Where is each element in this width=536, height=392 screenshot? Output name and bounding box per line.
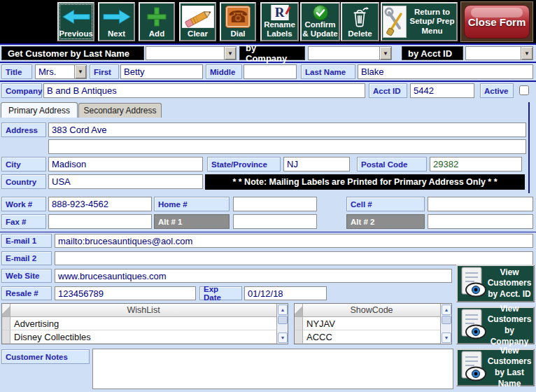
add-button[interactable]: Add (139, 2, 175, 41)
plus-icon (141, 5, 173, 29)
dropdown-arrow-icon[interactable]: ▼ (74, 65, 86, 78)
search-company-input[interactable] (309, 47, 379, 59)
alt2-input[interactable] (428, 214, 533, 229)
phone-icon: ☎ (225, 6, 251, 28)
document-eye-icon (459, 350, 487, 385)
alt1-input[interactable] (233, 214, 317, 229)
work-phone-input[interactable] (48, 197, 152, 211)
city-label: City (1, 157, 46, 172)
confirm-update-button[interactable]: Confirm & Update (300, 2, 340, 41)
address-label: Address (1, 122, 46, 137)
email1-input[interactable] (55, 234, 533, 248)
view-button-line: View (487, 304, 532, 315)
view-customers-by-company-button[interactable]: View Customers by Company (456, 307, 535, 344)
search-acct-id-input[interactable] (466, 47, 521, 59)
select-all-icon[interactable] (2, 304, 10, 317)
get-customer-by-last-name-label: Get Customer by Last Name (1, 46, 144, 60)
wishlist-row[interactable]: Disney Collectibles (10, 330, 276, 344)
select-all-icon[interactable] (295, 304, 303, 317)
delete-button[interactable]: Delete (341, 2, 379, 41)
address-line1-input[interactable] (48, 122, 526, 137)
search-company-combobox[interactable]: ▼ (308, 46, 392, 60)
wishlist-row[interactable]: Advertising (10, 317, 276, 330)
eraser-pencil-icon (181, 5, 214, 29)
scrollbar-thumb[interactable] (278, 316, 288, 324)
showcode-row[interactable]: NYJAV (303, 317, 440, 330)
active-checkbox[interactable] (519, 85, 529, 95)
postal-code-input[interactable] (430, 157, 522, 172)
exp-date-input[interactable] (244, 286, 327, 300)
confirm-update-label: Confirm & Update (302, 20, 338, 38)
scroll-up-icon[interactable]: ▲ (278, 304, 288, 315)
clear-button[interactable]: Clear (179, 2, 216, 41)
row-selector[interactable] (2, 330, 10, 344)
alt1-label: Alt # 1 (154, 214, 230, 229)
row-selector[interactable] (295, 330, 303, 344)
country-input[interactable] (48, 174, 203, 189)
website-input[interactable] (55, 269, 452, 283)
customer-notes-input[interactable] (92, 349, 453, 389)
view-customers-by-last-name-button[interactable]: View Customers by Last Name (456, 349, 535, 386)
home-phone-input[interactable] (233, 197, 317, 211)
dial-label: Dial (230, 29, 245, 38)
showcode-scrollbar[interactable]: ▲ ▼ (440, 304, 451, 344)
scroll-down-icon[interactable]: ▼ (278, 332, 288, 343)
view-button-line: View (487, 346, 532, 357)
alt2-label: Alt # 2 (346, 214, 425, 229)
search-last-name-combobox[interactable]: ▼ (146, 46, 237, 60)
view-customers-by-acct-id-button[interactable]: View Customers by Acct. ID (456, 265, 535, 302)
active-label: Active (480, 83, 514, 98)
row-selector[interactable] (2, 317, 10, 330)
dropdown-arrow-icon[interactable]: ▼ (224, 47, 236, 59)
acct-id-input[interactable] (410, 83, 474, 98)
fax-input[interactable] (48, 214, 152, 229)
email1-label: E-mail 1 (1, 234, 52, 248)
row-selector[interactable] (295, 317, 303, 330)
tab-primary-address[interactable]: Primary Address (1, 102, 78, 118)
title-combobox[interactable]: ▼ (35, 64, 87, 79)
fax-label: Fax # (1, 214, 46, 229)
last-name-input[interactable] (358, 64, 533, 79)
close-form-label: Close Form (468, 16, 526, 28)
middle-name-input[interactable] (244, 64, 297, 79)
search-acct-id-combobox[interactable]: ▼ (465, 46, 533, 60)
dial-button[interactable]: ☎ Dial (220, 2, 256, 41)
wishlist-header: WishList (10, 304, 276, 317)
clear-label: Clear (188, 29, 208, 38)
search-last-name-input[interactable] (146, 47, 224, 59)
document-eye-icon (459, 308, 487, 343)
view-button-line: Customers (487, 356, 532, 368)
first-name-input[interactable] (120, 64, 203, 79)
dropdown-arrow-icon[interactable]: ▼ (521, 47, 533, 59)
title-input[interactable] (36, 65, 74, 78)
scroll-down-icon[interactable]: ▼ (442, 332, 451, 343)
cell-phone-input[interactable] (428, 197, 533, 211)
address-line2-input[interactable] (48, 139, 526, 154)
resale-input[interactable] (55, 286, 196, 300)
rename-labels-label: Rename Labels (262, 20, 297, 38)
middle-name-label: Middle (206, 64, 242, 79)
city-input[interactable] (48, 157, 203, 172)
next-button[interactable]: Next (98, 2, 135, 41)
wishlist-scrollbar[interactable]: ▲ ▼ (276, 304, 288, 344)
previous-button[interactable]: Previous (57, 2, 94, 41)
state-province-input[interactable] (283, 157, 350, 172)
country-label: Country (1, 174, 46, 189)
showcode-row[interactable]: ACCC (303, 330, 440, 344)
company-label: Company (1, 83, 42, 98)
rename-labels-button[interactable]: R Rename Labels (260, 2, 299, 41)
separator (0, 232, 536, 232)
return-setup-menu-button[interactable]: Return to Setup/ Prep Menu (381, 2, 458, 41)
company-input[interactable] (43, 83, 365, 98)
scrollbar-thumb[interactable] (442, 316, 451, 324)
arrow-left-icon (59, 5, 92, 29)
scroll-up-icon[interactable]: ▲ (442, 304, 451, 315)
dropdown-arrow-icon[interactable]: ▼ (379, 47, 391, 59)
toolbar: Previous Next Add Clear ☎ Dial R R (0, 0, 536, 43)
email2-input[interactable] (55, 251, 533, 265)
trash-icon (343, 5, 377, 29)
showcode-datasheet: ShowCode NYJAV ACCC ▲ ▼ (294, 303, 452, 344)
tab-secondary-address[interactable]: Secondary Address (78, 103, 162, 118)
showcode-header: ShowCode (303, 304, 440, 317)
close-form-button[interactable]: Close Form (460, 1, 533, 42)
